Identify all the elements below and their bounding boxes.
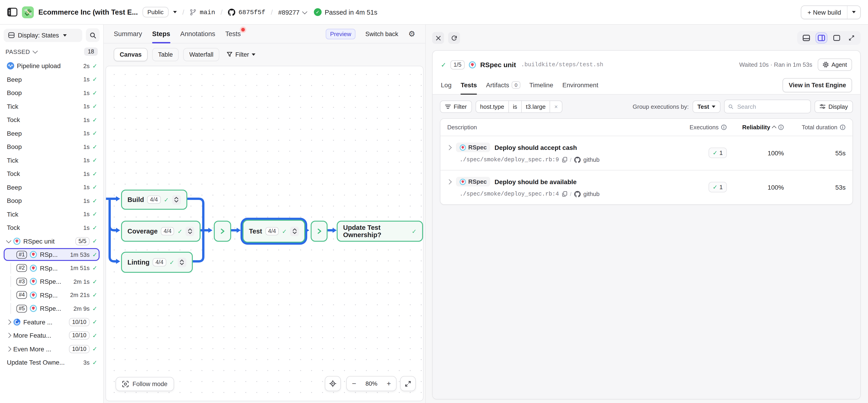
- tab-log[interactable]: Log: [441, 76, 452, 94]
- search-input[interactable]: [737, 102, 807, 110]
- tab-steps[interactable]: Steps: [152, 25, 170, 43]
- canvas-fullscreen-button[interactable]: [400, 376, 416, 391]
- layout-horizontal-split-button[interactable]: [801, 33, 812, 43]
- sidebar-step-row[interactable]: Boop 1s ✓: [4, 194, 100, 207]
- search-field[interactable]: [724, 100, 811, 113]
- agent-button[interactable]: Agent: [818, 59, 852, 71]
- sidebar-step-row[interactable]: Boop 1s ✓: [4, 86, 100, 99]
- expand-chevron-icon[interactable]: [6, 333, 11, 338]
- col-executions[interactable]: Executions: [677, 124, 727, 131]
- stepper-icon[interactable]: [172, 195, 181, 205]
- zoom-in-button[interactable]: +: [381, 379, 396, 388]
- sidebar-step-row[interactable]: Tock 1s ✓: [4, 221, 100, 234]
- view-table-button[interactable]: Table: [152, 48, 179, 61]
- sidebar-toggle-icon[interactable]: [7, 8, 18, 17]
- tab-summary[interactable]: Summary: [114, 25, 142, 43]
- tab-tests[interactable]: Tests: [225, 25, 241, 43]
- tab-timeline[interactable]: Timeline: [529, 76, 553, 94]
- sidebar-step-row[interactable]: #4 RSp... 2m 21s ✓: [4, 288, 100, 301]
- view-canvas-button[interactable]: Canvas: [114, 48, 148, 61]
- github-link[interactable]: github: [583, 156, 599, 163]
- sidebar-step-row[interactable]: Update Test Owne... 3s ✓: [4, 356, 100, 369]
- branch-link[interactable]: main: [190, 8, 215, 16]
- expand-chevron-icon[interactable]: [446, 179, 452, 184]
- github-link[interactable]: github: [583, 190, 599, 197]
- step-node-test-selected[interactable]: Test 4/4 ✓: [243, 220, 305, 243]
- col-total-duration[interactable]: Total duration: [784, 124, 846, 131]
- view-waterfall-button[interactable]: Waterfall: [183, 48, 219, 61]
- sidebar-step-row[interactable]: #3 RSpe... 2m 1s ✓: [4, 275, 100, 288]
- commit-link[interactable]: 6875f5f: [228, 8, 266, 16]
- pipeline-canvas[interactable]: Build 4/4 ✓ Coverage 4/4 ✓ Linting 4/4 ✓: [105, 66, 424, 401]
- sidebar-step-row[interactable]: Pipeline upload 2s ✓: [4, 59, 100, 72]
- step-node-update-test-ownership[interactable]: Update Test Ownership? ✓: [337, 221, 423, 242]
- pipeline-title[interactable]: Ecommerce Inc (with Test E...: [38, 8, 138, 16]
- stepper-icon[interactable]: [186, 226, 194, 236]
- sidebar-step-row[interactable]: Beep 1s ✓: [4, 73, 100, 86]
- build-number-dropdown[interactable]: #89277: [278, 8, 306, 16]
- sidebar-step-row[interactable]: Feature ... 10/10 ✓: [4, 315, 100, 328]
- chip-operator[interactable]: is: [509, 100, 522, 113]
- sidebar-step-row[interactable]: RSpec unit 5/5 ✓: [4, 235, 100, 247]
- sidebar-step-row[interactable]: #2 RSp... 1m 51s ✓: [4, 261, 100, 274]
- stepper-icon[interactable]: [290, 226, 299, 236]
- sidebar-step-row[interactable]: #1 RSp... 1m 53s ✓: [4, 248, 100, 261]
- close-button[interactable]: [432, 32, 444, 44]
- sidebar-step-row[interactable]: Tick 1s ✓: [4, 208, 100, 220]
- col-description[interactable]: Description: [447, 124, 677, 131]
- settings-gear-icon[interactable]: ⚙: [408, 30, 415, 38]
- step-node-build[interactable]: Build 4/4 ✓: [121, 190, 187, 210]
- canvas-filter-dropdown[interactable]: Filter: [226, 51, 255, 58]
- test-title[interactable]: Deploy should accept cash: [495, 144, 577, 151]
- sidebar-step-row[interactable]: More Featu... 10/10 ✓: [4, 329, 100, 342]
- new-build-caret-button[interactable]: [847, 6, 860, 19]
- step-node-coverage[interactable]: Coverage 4/4 ✓: [121, 221, 201, 242]
- chip-key[interactable]: host.type: [475, 100, 509, 113]
- tab-environment[interactable]: Environment: [562, 76, 598, 94]
- sidebar-step-row[interactable]: Beep 1s ✓: [4, 127, 100, 140]
- display-mode-button[interactable]: Display: States: [4, 29, 82, 42]
- test-title[interactable]: Deploy should be available: [495, 178, 577, 185]
- filter-button[interactable]: Filter: [440, 100, 472, 113]
- search-button[interactable]: [86, 28, 100, 42]
- copy-icon[interactable]: [562, 157, 567, 163]
- visibility-caret-icon[interactable]: [173, 11, 177, 13]
- expand-chevron-icon[interactable]: [6, 238, 11, 243]
- chip-value[interactable]: t3.large: [522, 100, 550, 113]
- view-in-test-engine-button[interactable]: View in Test Engine: [783, 78, 852, 92]
- step-node-linting[interactable]: Linting 4/4 ✓: [121, 252, 192, 273]
- sidebar-step-row[interactable]: Boop 1s ✓: [4, 140, 100, 153]
- wait-step-node[interactable]: [311, 221, 328, 242]
- recenter-button[interactable]: [325, 376, 341, 391]
- sidebar-step-row[interactable]: Even More ... 10/10 ✓: [4, 342, 100, 355]
- sidebar-step-row[interactable]: #5 RSpe... 2m 9s ✓: [4, 302, 100, 315]
- switch-back-link[interactable]: Switch back: [365, 30, 398, 37]
- follow-mode-button[interactable]: Follow mode: [116, 377, 174, 391]
- expand-chevron-icon[interactable]: [6, 346, 11, 351]
- stepper-icon[interactable]: [178, 257, 186, 267]
- sidebar-step-row[interactable]: Beep 1s ✓: [4, 181, 100, 193]
- visibility-badge[interactable]: Public: [142, 7, 168, 18]
- sidebar-step-row[interactable]: Tock 1s ✓: [4, 113, 100, 126]
- sidebar-step-row[interactable]: Tock 1s ✓: [4, 167, 100, 180]
- group-by-dropdown[interactable]: Test: [692, 100, 721, 113]
- new-build-label[interactable]: + New build: [802, 6, 847, 19]
- expand-chevron-icon[interactable]: [446, 145, 452, 150]
- open-in-new-window-button[interactable]: [846, 33, 857, 43]
- tab-artifacts[interactable]: Artifacts0: [486, 76, 520, 94]
- tab-tests[interactable]: Tests: [461, 76, 477, 94]
- redo-button[interactable]: [448, 32, 460, 44]
- tab-annotations[interactable]: Annotations: [180, 25, 215, 43]
- expand-chevron-icon[interactable]: [6, 319, 11, 324]
- display-button[interactable]: Display: [815, 100, 853, 113]
- sidebar-step-row[interactable]: Tick 1s ✓: [4, 100, 100, 113]
- wait-step-node[interactable]: [214, 221, 231, 242]
- col-reliability-sorted[interactable]: Reliability: [727, 124, 784, 131]
- state-group-header[interactable]: PASSED 18: [4, 48, 100, 56]
- layout-vertical-split-button[interactable]: [816, 33, 827, 43]
- sidebar-step-row[interactable]: Tick 1s ✓: [4, 154, 100, 166]
- chip-remove-button[interactable]: ×: [550, 100, 562, 113]
- layout-full-button[interactable]: [831, 33, 842, 43]
- pipeline-avatar[interactable]: 💸: [22, 6, 34, 18]
- zoom-out-button[interactable]: −: [347, 379, 361, 388]
